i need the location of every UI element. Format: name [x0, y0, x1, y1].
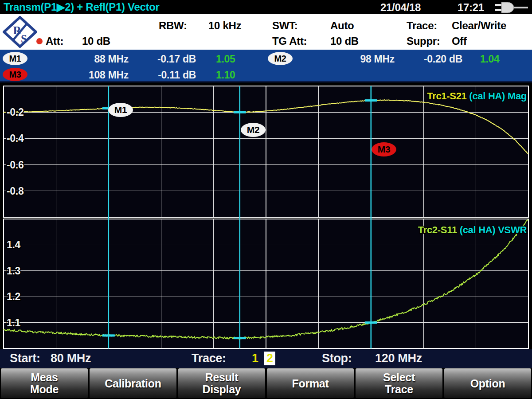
stop-label: Stop:: [322, 352, 352, 365]
svg-text:S: S: [21, 32, 27, 45]
tg-att-value: 10 dB: [330, 35, 359, 47]
ac-power-plug-icon: [495, 2, 529, 13]
trace-2-selector[interactable]: 2: [264, 352, 275, 365]
trace-1-selector[interactable]: 1: [252, 352, 258, 365]
start-value: 80 MHz: [51, 352, 91, 365]
trace-select-label: Trace:: [192, 352, 226, 365]
chart-marker-label-text: M3: [378, 144, 391, 154]
marker-m3-freq: 108 MHz: [44, 69, 129, 81]
date-display: 21/04/18: [380, 1, 421, 14]
y-axis-tick-label: -0.6: [7, 159, 23, 171]
status-dot-icon: [36, 38, 43, 44]
trace-2-legend: Trc2-S11 (cal HA) VSWR: [418, 224, 527, 235]
y-axis-tick-label: -0.4: [7, 133, 24, 144]
start-label: Start:: [10, 352, 40, 365]
time-display: 17:21: [458, 1, 484, 14]
title-bar: Transm(P1▶2) + Refl(P1) Vector 21/04/18 …: [0, 0, 532, 14]
stop-value: 120 MHz: [375, 352, 422, 365]
marker-m1-vswr: 1.05: [216, 53, 235, 65]
att-value: 10 dB: [82, 35, 110, 47]
marker-m1-db: -0.17 dB: [133, 53, 196, 65]
marker-badge-m2[interactable]: M2: [268, 52, 293, 65]
chart-marker-label-text: M1: [114, 105, 127, 115]
swt-value: Auto: [330, 20, 354, 32]
rbw-label: RBW:: [159, 20, 187, 32]
y-axis-tick-label: 1.1: [7, 317, 21, 329]
marker-m1-freq: 88 MHz: [44, 53, 129, 65]
y-axis-tick-label: 1.4: [7, 239, 21, 250]
rbw-value: 10 kHz: [208, 20, 241, 32]
trace-1-legend: Trc1-S21 (cal HA) Mag: [427, 90, 527, 102]
settings-header: R S Att: 10 dB RBW: 10 kHz SWT: Auto Tra…: [0, 14, 532, 50]
softkey-result-display[interactable]: Result Display: [178, 368, 265, 398]
att-label: Att:: [46, 35, 63, 47]
marker-tick-m2: [234, 337, 246, 339]
rohde-schwarz-logo: R S: [3, 16, 37, 48]
marker-m3-db: -0.11 dB: [133, 69, 196, 81]
svg-text:R: R: [13, 24, 21, 36]
y-axis-tick-label: -0.8: [7, 185, 24, 197]
suppr-label: Suppr:: [407, 35, 440, 47]
sweep-status-bar: Start: 80 MHz Trace: 1 2 Stop: 120 MHz: [0, 349, 532, 368]
marker-m2-vswr: 1.04: [480, 53, 500, 65]
marker-tick-m1: [102, 334, 115, 336]
suppr-value: Off: [452, 35, 467, 47]
marker-m2-db: -0.20 dB: [399, 53, 462, 65]
softkey-calibration[interactable]: Calibration: [90, 368, 176, 398]
marker-badge-m1[interactable]: M1: [3, 52, 27, 65]
marker-m3-vswr: 1.10: [216, 69, 235, 81]
softkey-meas-mode[interactable]: Meas Mode: [1, 368, 88, 398]
page-title: Transm(P1▶2) + Refl(P1) Vector: [4, 1, 160, 13]
softkey-format[interactable]: Format: [267, 368, 354, 398]
marker-tick-m2: [234, 111, 246, 113]
marker-badge-m3[interactable]: M3: [3, 68, 27, 81]
analyzer-screen: Transm(P1▶2) + Refl(P1) Vector 21/04/18 …: [0, 0, 532, 399]
marker-m2-freq: 98 MHz: [310, 53, 395, 65]
y-axis-tick-label: 1.3: [7, 265, 20, 277]
trace-mode-label: Trace:: [407, 20, 437, 32]
marker-tick-m3: [365, 321, 377, 324]
trace-mode-value: Clear/Write: [452, 20, 506, 32]
y-axis-tick-label: 1.2: [7, 291, 20, 302]
tg-att-label: TG Att:: [272, 35, 307, 47]
marker-tick-m3: [365, 99, 377, 102]
y-axis-tick-label: -0.2: [7, 106, 23, 118]
marker-readout-bar: M1 88 MHz -0.17 dB 1.05 M2 98 MHz -0.20 …: [0, 50, 532, 82]
measurement-charts: -0.2-0.4-0.6-0.81.41.31.21.1Trc1-S21 (ca…: [0, 82, 532, 349]
swt-label: SWT:: [272, 20, 297, 32]
softkey-menu: Meas Mode Calibration Result Display For…: [0, 368, 532, 398]
chart-marker-label-text: M2: [247, 125, 260, 135]
softkey-option[interactable]: Option: [444, 368, 531, 398]
softkey-select-trace[interactable]: Select Trace: [356, 368, 442, 398]
